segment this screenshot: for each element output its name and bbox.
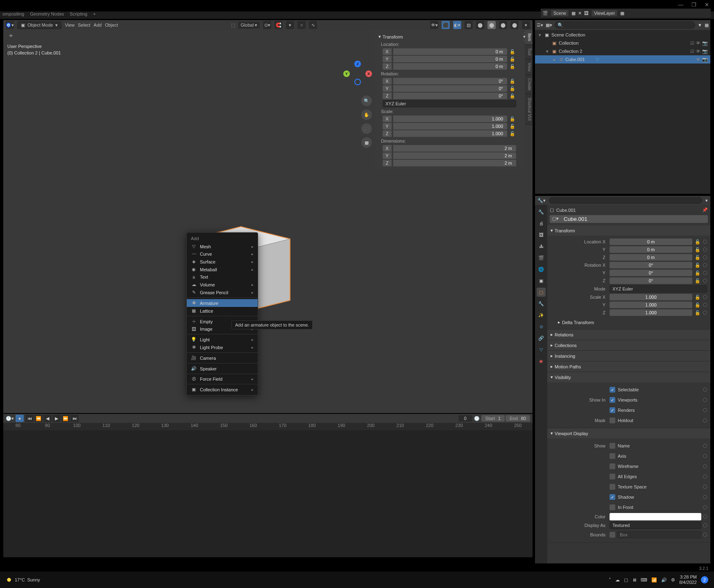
menu-add[interactable]: Add [94, 23, 102, 27]
weather-widget[interactable]: 17°C Sunny [6, 577, 40, 583]
ptab-material[interactable]: ◉ [537, 356, 546, 366]
gizmo-toggle-icon[interactable]: ⬛ [442, 21, 450, 29]
prop-rot-z[interactable]: 0° [610, 277, 692, 284]
display-as-select[interactable]: Textured [610, 522, 701, 529]
lock-icon[interactable]: 🔓 [694, 239, 701, 245]
shading-solid-icon[interactable]: ⬤ [487, 21, 496, 29]
jump-start-button[interactable]: ⏮ [25, 415, 34, 422]
overlay-toggle-icon[interactable]: ◐▾ [453, 21, 461, 29]
menu-view[interactable]: View [65, 23, 75, 27]
axis-neg-z[interactable] [354, 79, 361, 85]
scene-browse-icon[interactable]: ▦ [571, 11, 576, 16]
panel-instancing[interactable]: ▸Instancing [547, 351, 710, 361]
ptab-render[interactable]: 🖨 [537, 219, 546, 228]
outliner-collection-2[interactable]: ▾ ▣ Collection 2 ☑👁📷 [535, 47, 710, 55]
wifi-icon[interactable]: 📶 [651, 577, 657, 583]
close-button[interactable]: ✕ [705, 2, 709, 6]
show-shadow-checkbox[interactable]: ✓ [610, 494, 615, 500]
show-infront-checkbox[interactable] [610, 504, 615, 510]
lock-icon[interactable]: 🔓 [694, 255, 701, 260]
show-wireframe-checkbox[interactable] [610, 463, 615, 469]
rotation-mode-select[interactable]: XYZ Euler [610, 285, 707, 293]
chevron-down-icon[interactable]: ▾ [551, 375, 553, 380]
snap-icon[interactable]: 🧲 [274, 21, 283, 29]
language-icon[interactable]: ⌨ [641, 577, 647, 583]
editor-type-icon[interactable]: 🧿▾ [6, 21, 14, 29]
rot-z-field[interactable]: 0° [393, 93, 507, 99]
show-alledges-checkbox[interactable] [610, 474, 615, 479]
lock-icon[interactable]: 🔓 [509, 93, 516, 99]
tab-compositing[interactable]: ompositing [2, 11, 24, 19]
clock[interactable]: 3:28 PM 8/4/2022 [679, 574, 697, 585]
snap-target-icon[interactable]: ▾ [286, 21, 294, 29]
new-collection-icon[interactable]: ▦ [705, 23, 709, 28]
breadcrumb-object[interactable]: Cube.001 [556, 208, 576, 213]
lock-icon[interactable]: 🔓 [509, 131, 516, 136]
ptab-output[interactable]: 🖼 [537, 230, 546, 239]
disclosure-triangle-icon[interactable]: ▾ [545, 49, 550, 54]
disclosure-triangle-icon[interactable]: ▸ [552, 57, 557, 62]
lock-icon[interactable]: 🔓 [694, 310, 701, 316]
outliner-scene-collection[interactable]: ▾ ▣ Scene Collection [535, 31, 710, 39]
lock-icon[interactable]: 🔓 [509, 124, 516, 129]
add-light[interactable]: 💡Light▸ [187, 336, 258, 343]
editor-type-icon[interactable]: 🕐▾ [6, 416, 14, 421]
scene-close-icon[interactable]: ✕ [578, 11, 582, 16]
prop-rot-y[interactable]: 0° [610, 270, 692, 276]
ptab-modifiers[interactable]: 🔧 [537, 299, 546, 308]
play-reverse-button[interactable]: ◀ [43, 415, 52, 422]
npanel-tab-create[interactable]: Create [525, 75, 533, 94]
add-light-probe[interactable]: ❋Light Probe▸ [187, 343, 258, 351]
add-text[interactable]: aText [187, 273, 258, 281]
minimize-button[interactable]: — [678, 2, 683, 6]
scene-name-field[interactable]: Scene [551, 9, 569, 17]
lock-icon[interactable]: 🔓 [694, 302, 701, 308]
ptab-tool[interactable]: 🔧 [537, 207, 546, 216]
pin-icon[interactable]: 📌 [702, 207, 708, 213]
prop-scale-z[interactable]: 1.000 [610, 309, 692, 316]
xray-icon[interactable]: ▧ [465, 21, 473, 29]
chevron-right-icon[interactable]: ▸ [558, 320, 560, 325]
ortho-toggle-icon[interactable]: ▦ [361, 137, 372, 148]
properties-search[interactable] [549, 197, 702, 204]
eye-icon[interactable]: 👁 [696, 49, 700, 54]
lock-icon[interactable]: 🔓 [694, 270, 701, 276]
object-color-swatch[interactable] [610, 513, 701, 520]
npanel-tab-tool[interactable]: Tool [525, 45, 533, 59]
outliner-search[interactable]: 🔍 [555, 21, 695, 29]
power-icon[interactable]: ⚙ [671, 577, 675, 583]
rot-y-field[interactable]: 0° [393, 85, 507, 92]
show-axis-checkbox[interactable] [610, 453, 615, 459]
shading-rendered-icon[interactable]: ⬤ [510, 21, 519, 29]
camera-view-icon[interactable]: 🎥 [361, 123, 372, 134]
volume-icon[interactable]: 🔊 [661, 577, 667, 583]
dim-x-field[interactable]: 2 m [393, 145, 516, 152]
render-icon[interactable]: 📷 [702, 57, 708, 62]
add-speaker[interactable]: 🔊Speaker [187, 365, 258, 372]
pan-icon[interactable]: ✋ [361, 109, 372, 120]
ptab-scene[interactable]: 🎬 [537, 253, 546, 262]
scale-z-field[interactable]: 1.000 [393, 130, 507, 137]
outliner-collection[interactable]: ▣ Collection ☑👁📷 [535, 39, 710, 47]
loc-x-field[interactable]: 0 m [393, 48, 507, 55]
lock-icon[interactable]: 🔓 [509, 64, 516, 69]
renders-checkbox[interactable]: ✓ [610, 407, 615, 413]
render-icon[interactable]: 📷 [702, 49, 708, 54]
add-grease-pencil[interactable]: ✎Grease Pencil▸ [187, 288, 258, 296]
prop-loc-z[interactable]: 0 m [610, 254, 692, 261]
disclosure-triangle-icon[interactable]: ▾ [537, 32, 542, 38]
timeline-ruler[interactable]: 8090100 110120130 140150160 170180190 20… [3, 423, 533, 430]
panel-relations[interactable]: ▸Relations [547, 329, 710, 340]
add-collection-instance[interactable]: ▣Collection Instance▸ [187, 386, 258, 393]
display-icon[interactable]: 🖥 [632, 577, 637, 582]
lock-icon[interactable]: 🔓 [509, 116, 516, 122]
ptab-viewlayer[interactable]: 🖧 [537, 242, 546, 251]
prop-scale-y[interactable]: 1.000 [610, 302, 692, 308]
npanel-tab-shortcut[interactable]: Shortcut VUr [525, 94, 533, 125]
tab-add[interactable]: + [93, 11, 95, 19]
visibility-toggle-icon[interactable]: 👁▾ [430, 21, 438, 29]
holdout-checkbox[interactable] [610, 418, 615, 423]
options-icon[interactable]: ▾ [705, 198, 708, 203]
bounds-type-select[interactable]: Box [617, 531, 701, 538]
ptab-world[interactable]: 🌐 [537, 265, 546, 274]
